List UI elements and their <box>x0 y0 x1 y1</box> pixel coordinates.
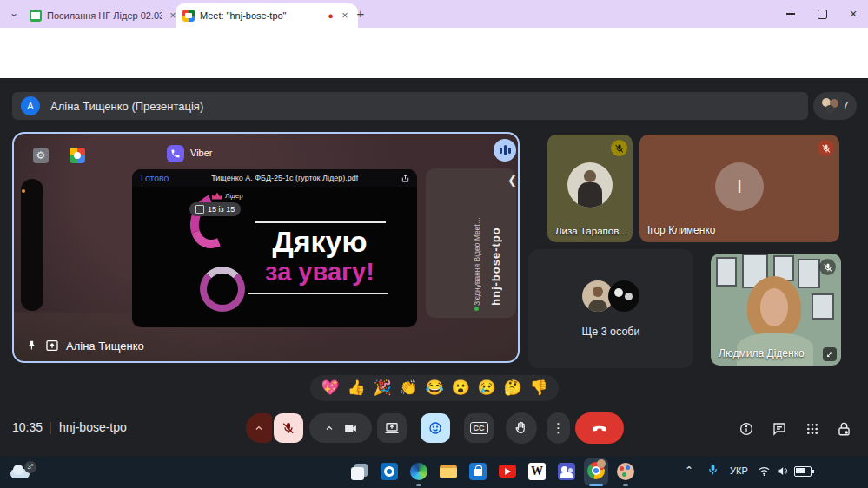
pages-icon <box>195 205 204 214</box>
participant-video-tile[interactable]: Людмила Діденко <box>711 254 841 366</box>
speaker-icon[interactable] <box>776 465 789 478</box>
camera-options-chevron[interactable] <box>324 423 335 433</box>
viber-app-label: Viber <box>190 148 212 158</box>
wall-frame <box>716 257 737 287</box>
battery-icon[interactable] <box>794 466 812 477</box>
more-participants-tile[interactable]: Ще 3 особи <box>528 249 693 368</box>
end-call-button[interactable] <box>575 412 624 444</box>
tab-strip: ⌄ Посилання НГ Лідер 02.03.202 × Meet: "… <box>0 0 868 28</box>
reaction-joy[interactable]: 😂 <box>425 375 443 401</box>
task-view-icon[interactable] <box>351 463 368 480</box>
window-maximize-button[interactable] <box>807 0 837 28</box>
meeting-time: 10:35 <box>12 420 43 434</box>
ms-store-icon[interactable] <box>469 463 487 480</box>
participant-initial: І <box>737 175 742 198</box>
meeting-details-icon[interactable] <box>738 420 755 438</box>
wikipedia-icon[interactable]: W <box>528 463 546 480</box>
mail-favicon <box>30 10 42 22</box>
teams-icon[interactable] <box>558 463 575 480</box>
new-tab-button[interactable]: + <box>353 6 368 22</box>
phone-silhouette <box>21 179 43 311</box>
participants-count: 7 <box>843 100 849 112</box>
phone-button-dot <box>22 189 25 193</box>
reactions-button[interactable] <box>421 413 450 443</box>
mic-muted-icon <box>818 140 834 156</box>
meet-favicon <box>182 10 195 22</box>
participant-tile[interactable]: Лиза Тарапов... <box>547 135 633 242</box>
meet-card-status: З'єднування Відео Meet… <box>473 184 481 306</box>
file-explorer-icon[interactable] <box>440 463 457 480</box>
meeting-code: hnj-bose-tpo <box>59 420 127 434</box>
camera-group[interactable] <box>309 413 372 443</box>
shared-pdf-card: Готово Тищенко А. ФБД-25-1с (гурток Ліде… <box>132 169 417 327</box>
reaction-tada[interactable]: 🎉 <box>373 375 391 401</box>
host-controls-lock-icon[interactable] <box>835 419 852 439</box>
paint-icon[interactable] <box>617 463 634 480</box>
captions-button[interactable]: CC <box>464 413 494 443</box>
window-close-button[interactable]: × <box>838 0 868 28</box>
participant-tile[interactable]: І Ігор Клименко <box>639 135 839 242</box>
participants-count-pill[interactable]: 7 <box>813 92 857 120</box>
participant-photo <box>567 162 613 208</box>
present-button[interactable] <box>377 413 407 443</box>
edge-icon[interactable] <box>410 463 427 480</box>
pin-icon <box>26 340 38 352</box>
tab-search-button[interactable]: ⌄ <box>5 6 23 23</box>
camera-toggle-icon[interactable] <box>343 421 358 436</box>
crown-icon <box>212 193 222 200</box>
slide-art-ring <box>200 267 245 312</box>
participant-mini-avatar <box>608 280 639 312</box>
youtube-icon[interactable] <box>499 465 516 478</box>
presentation-tile[interactable]: ⚙ Viber Готово Тищенко А. ФБД-25-1с (гур… <box>12 132 520 363</box>
raise-hand-button[interactable] <box>506 412 537 444</box>
reaction-clap[interactable]: 👏 <box>399 375 417 401</box>
tab-mail[interactable]: Посилання НГ Лідер 02.03.202 × <box>23 3 186 28</box>
chrome-profile-badge <box>597 459 606 468</box>
tab-close-icon[interactable]: × <box>339 10 351 22</box>
reaction-thumbs-down[interactable]: 👎 <box>529 375 547 401</box>
chat-icon[interactable] <box>771 420 788 438</box>
participants-avatars-icon <box>822 98 839 114</box>
bookmarks-bar: Вхідні • olga_018@... <box>0 56 868 79</box>
page-counter-text: 15 із 15 <box>208 205 235 214</box>
language-indicator[interactable]: УКР <box>730 465 748 476</box>
wifi-icon[interactable] <box>758 465 771 478</box>
tray-mic-icon[interactable] <box>706 463 719 476</box>
slide-divider-top <box>255 221 386 223</box>
windows-taskbar: 3° Пошук W <box>0 456 868 488</box>
share-icon[interactable] <box>401 174 410 183</box>
mic-muted-icon <box>819 259 836 275</box>
outlook-icon[interactable] <box>381 463 398 480</box>
presenter-avatar: A <box>21 96 40 115</box>
audio-level-icon <box>494 139 516 162</box>
chrome-taskbar-button[interactable] <box>584 458 608 485</box>
reaction-thumbs-up[interactable]: 👍 <box>347 375 365 401</box>
participant-name: Людмила Діденко <box>719 347 805 359</box>
tray-expand-icon[interactable]: ⌃ <box>685 465 693 477</box>
mic-toggle-button[interactable] <box>274 413 303 443</box>
weather-widget[interactable]: 3° <box>10 461 40 484</box>
expand-tile-icon[interactable] <box>823 347 837 361</box>
window-minimize-button[interactable] <box>776 0 805 28</box>
reaction-surprised[interactable]: 😮 <box>451 375 469 401</box>
recording-indicator-icon: ● <box>328 10 334 21</box>
mic-options-chevron[interactable] <box>246 413 272 443</box>
reaction-thinking[interactable]: 🤔 <box>503 375 521 401</box>
footer-divider: | <box>49 420 52 434</box>
collapse-panel-icon[interactable]: ❮ <box>507 174 517 187</box>
active-indicator <box>589 484 603 486</box>
reaction-cry[interactable]: 😢 <box>477 375 495 401</box>
tab-meet[interactable]: Meet: "hnj-bose-tpo" ● × <box>176 3 358 28</box>
activities-grid-icon[interactable] <box>804 420 821 438</box>
running-indicator <box>416 484 421 486</box>
presenter-banner-title: Аліна Тищенко (Презентація) <box>50 100 203 113</box>
slide-subtitle: за увагу! <box>228 258 412 287</box>
slide-divider-bottom <box>248 293 388 294</box>
pdf-done-button[interactable]: Готово <box>141 173 169 183</box>
pdf-filename: Тищенко А. ФБД-25-1с (гурток Лідер).pdf <box>211 174 358 182</box>
reaction-heart[interactable]: 💖 <box>321 375 339 401</box>
slide-title: Дякую <box>228 225 412 259</box>
viber-app-icon <box>167 145 184 162</box>
google-app-icon <box>70 148 85 163</box>
more-options-button[interactable]: ⋮ <box>547 412 570 444</box>
